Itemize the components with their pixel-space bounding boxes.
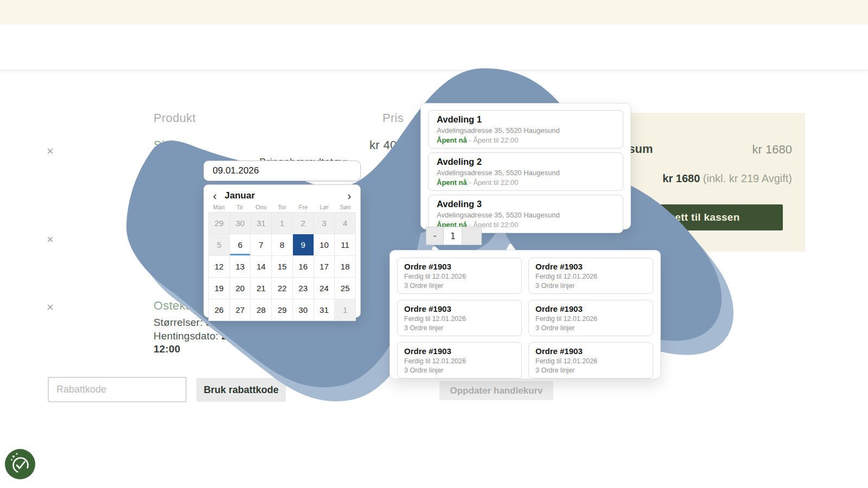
item-3-name[interactable]: Osteka xyxy=(154,299,193,313)
quantity-value[interactable]: 1 xyxy=(443,227,462,245)
pickup-date-input[interactable] xyxy=(203,160,361,181)
order-card[interactable]: Ordre #1903Ferdig til 12.01.20263 Ordre … xyxy=(397,300,522,336)
total-tax-note: (inkl. kr 219 Avgift) xyxy=(700,172,792,184)
order-card[interactable]: Ordre #1903Ferdig til 12.01.20263 Ordre … xyxy=(397,342,522,378)
calendar-day-cell[interactable]: 17 xyxy=(314,256,335,277)
update-cart-button[interactable]: Oppdater handlekurv xyxy=(439,381,553,400)
datepicker-calendar: ‹ Januar › ManTirOnsTorFreLørSøn 2930311… xyxy=(203,184,361,318)
calendar-day-cell[interactable]: 28 xyxy=(251,299,271,320)
branch-address: Avdelingsadresse 35, 5520 Haugesund xyxy=(437,169,615,177)
order-title: Ordre #1903 xyxy=(404,304,515,313)
calendar-day-cell[interactable]: 16 xyxy=(293,256,314,277)
remove-item-2-icon[interactable]: × xyxy=(47,234,54,246)
order-ready-date: Ferdig til 12.01.2026 xyxy=(404,357,515,365)
calendar-day-cell[interactable]: 31 xyxy=(314,299,335,320)
branch-card[interactable]: Avdeling 1Avdelingsadresse 35, 5520 Haug… xyxy=(428,110,623,149)
calendar-prev-icon[interactable]: ‹ xyxy=(208,189,221,202)
calendar-day-cell[interactable]: 7 xyxy=(251,234,271,255)
top-announcement-bar xyxy=(0,0,868,24)
weekday-label: Søn xyxy=(335,204,356,210)
branch-title: Avdeling 1 xyxy=(437,114,615,125)
calendar-day-cell[interactable]: 1 xyxy=(272,213,292,234)
remove-item-1-icon[interactable]: × xyxy=(47,145,54,157)
branch-address: Avdelingsadresse 35, 5520 Haugesund xyxy=(437,211,615,219)
calendar-day-cell[interactable]: 15 xyxy=(272,256,292,277)
checkout-button[interactable]: Fortsett til kassen xyxy=(605,204,783,230)
remove-item-3-icon[interactable]: × xyxy=(47,301,54,313)
item-1-price: kr 400 xyxy=(320,138,404,152)
calendar-day-cell[interactable]: 23 xyxy=(293,278,314,299)
branch-address: Avdelingsadresse 35, 5520 Haugesund xyxy=(437,126,615,134)
branch-title: Avdeling 3 xyxy=(437,199,615,209)
calendar-day-cell[interactable]: 18 xyxy=(335,256,355,277)
branch-title: Avdeling 2 xyxy=(437,157,615,167)
order-title: Ordre #1903 xyxy=(535,346,646,356)
calendar-day-cell[interactable]: 21 xyxy=(251,278,271,299)
calendar-day-cell[interactable]: 29 xyxy=(272,299,292,320)
calendar-day-cell[interactable]: 1 xyxy=(335,299,355,320)
calendar-day-cell[interactable]: 31 xyxy=(251,213,271,234)
calendar-day-cell[interactable]: 22 xyxy=(272,278,292,299)
calendar-day-cell[interactable]: 10 xyxy=(314,234,335,255)
calendar-day-cell[interactable]: 6 xyxy=(230,234,251,255)
calendar-day-cell[interactable]: 30 xyxy=(230,213,251,234)
apply-coupon-button[interactable]: Bruk rabattkode xyxy=(196,378,286,402)
calendar-day-cell[interactable]: 9 xyxy=(293,234,314,255)
order-line-count: 3 Ordre linjer xyxy=(404,324,515,332)
item-1-name[interactable]: Sjoko xyxy=(154,138,184,152)
item-3-pickupdate-row: Hentingsdato: 2 xyxy=(154,330,227,342)
order-line-count: 3 Ordre linjer xyxy=(404,367,515,374)
order-card[interactable]: Ordre #1903Ferdig til 12.01.20263 Ordre … xyxy=(528,342,653,378)
badge-circle xyxy=(5,449,35,479)
cookie-consent-badge[interactable] xyxy=(5,449,35,479)
calendar-day-cell[interactable]: 26 xyxy=(209,299,229,320)
orders-popup: Ordre #1903Ferdig til 12.01.20263 Ordre … xyxy=(390,250,661,379)
order-title: Ordre #1903 xyxy=(404,262,515,271)
order-card[interactable]: Ordre #1903Ferdig til 12.01.20263 Ordre … xyxy=(528,300,653,336)
coupon-input[interactable] xyxy=(48,377,187,402)
item-3-size-label: Størrelser: xyxy=(154,317,206,328)
order-card[interactable]: Ordre #1903Ferdig til 12.01.20263 Ordre … xyxy=(528,258,653,294)
calendar-day-cell[interactable]: 14 xyxy=(251,256,271,277)
calendar-day-cell[interactable]: 3 xyxy=(314,213,335,234)
calendar-grid: 2930311234567891011121314151617181920212… xyxy=(208,212,356,321)
order-ready-date: Ferdig til 12.01.2026 xyxy=(535,357,646,365)
calendar-day-cell[interactable]: 19 xyxy=(209,278,229,299)
total-value: kr 1680 xyxy=(662,172,700,184)
order-ready-date: Ferdig til 12.01.2026 xyxy=(535,273,646,280)
weekday-label: Fre xyxy=(292,204,314,210)
calendar-day-cell[interactable]: 24 xyxy=(314,278,335,299)
calendar-header: ‹ Januar › xyxy=(208,188,356,203)
site-header xyxy=(0,24,868,70)
weekday-label: Tir xyxy=(229,204,251,210)
calendar-month-label: Januar xyxy=(225,190,343,201)
calendar-day-cell[interactable]: 25 xyxy=(335,278,355,299)
calendar-day-cell[interactable]: 2 xyxy=(293,213,314,234)
quantity-decrease-button[interactable]: - xyxy=(426,227,444,245)
order-line-count: 3 Ordre linjer xyxy=(535,324,646,332)
order-line-count: 3 Ordre linjer xyxy=(535,367,646,374)
calendar-day-cell[interactable]: 29 xyxy=(209,213,229,234)
quantity-increase-button[interactable] xyxy=(462,227,482,245)
item-3-pickup-time: 12:00 xyxy=(154,343,181,355)
calendar-day-cell[interactable]: 13 xyxy=(230,256,251,277)
column-header-price: Pris xyxy=(320,111,404,125)
calendar-day-cell[interactable]: 4 xyxy=(335,213,355,234)
calendar-weekday-row: ManTirOnsTorFreLørSøn xyxy=(208,204,356,210)
calendar-day-cell[interactable]: 20 xyxy=(230,278,251,299)
branch-open-badge: Åpent nå xyxy=(437,178,467,187)
weekday-label: Tor xyxy=(272,204,293,210)
calendar-next-icon[interactable]: › xyxy=(343,189,356,202)
branch-card[interactable]: Avdeling 2Avdelingsadresse 35, 5520 Haug… xyxy=(428,152,623,191)
calendar-day-cell[interactable]: 5 xyxy=(209,234,229,255)
calendar-day-cell[interactable]: 27 xyxy=(230,299,251,320)
calendar-day-cell[interactable]: 12 xyxy=(209,256,229,277)
subtotal-value: kr 1680 xyxy=(610,143,792,157)
weekday-label: Man xyxy=(208,204,229,210)
order-card[interactable]: Ordre #1903Ferdig til 12.01.20263 Ordre … xyxy=(397,258,522,294)
calendar-day-cell[interactable]: 8 xyxy=(272,234,292,255)
order-title: Ordre #1903 xyxy=(535,262,646,271)
calendar-day-cell[interactable]: 11 xyxy=(335,234,355,255)
item-3-pickupdate-label: Hentingsdato: xyxy=(154,330,221,342)
calendar-day-cell[interactable]: 30 xyxy=(293,299,314,320)
